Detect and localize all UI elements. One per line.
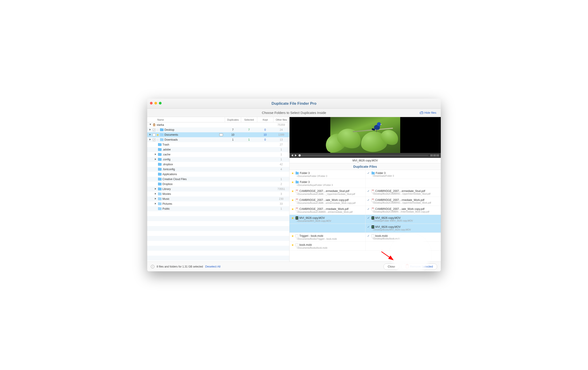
- duplicate-item[interactable]: ✓CAMBRIDGE_2007…ermediate_Stud.pdf~/Desk…: [365, 188, 441, 197]
- tree-row[interactable]: Public1: [147, 206, 289, 211]
- duplicate-item[interactable]: ✓Folder 3~/Downloads/Folder 3: [365, 170, 441, 179]
- col-kept[interactable]: Kept: [257, 117, 273, 122]
- duplicate-path: ~/Desktop/Books/CAMBRID…UpperIntermediat…: [372, 202, 439, 204]
- col-duplicates[interactable]: Duplicates: [225, 117, 241, 122]
- close-window-button[interactable]: [150, 102, 153, 105]
- tree-row[interactable]: starka75359: [147, 122, 289, 127]
- deselect-all-link[interactable]: Deselect All: [205, 265, 220, 268]
- disclosure-triangle[interactable]: [149, 124, 152, 126]
- duplicate-row[interactable]: ★Folder 3~/Documents/Folder 2/Folder 3✓F…: [290, 170, 441, 179]
- disclosure-triangle[interactable]: [149, 129, 152, 131]
- duplicate-row[interactable]: ★Triggeri - book.mobi~/Documents/Books/T…: [290, 233, 441, 242]
- star-icon[interactable]: ★: [291, 181, 294, 184]
- tree-row[interactable]: .dropbox42: [147, 162, 289, 167]
- duplicate-item[interactable]: ✓CAMBRIDGE_2007…rmediate_Work.pdf~/Deskt…: [365, 197, 441, 206]
- tree-row[interactable]: Library73551: [147, 186, 289, 192]
- minimize-window-button[interactable]: [154, 102, 157, 105]
- disclosure-triangle[interactable]: [155, 193, 157, 195]
- check-icon[interactable]: ✓: [367, 198, 370, 202]
- duplicate-row[interactable]: ★CAMBRIDGE_2007…ermediate_Stud.pdf~/Docu…: [290, 188, 441, 197]
- star-icon[interactable]: ★: [157, 133, 159, 137]
- duplicate-item[interactable]: [365, 242, 441, 250]
- hide-files-link[interactable]: Hide files: [420, 111, 436, 114]
- duplicate-path: ~/Documents/Books/CAMB…_UpperIntermediat…: [296, 193, 363, 195]
- preview-filename: MVI_6626 copy.MOV: [290, 158, 441, 163]
- tree-row[interactable]: .cache1: [147, 152, 289, 157]
- folder-icon: [158, 207, 162, 210]
- duplicate-row[interactable]: ★MVI_6626 copy.MOV~/Documents/MVI_6626 c…: [290, 215, 441, 224]
- tree-row[interactable]: .adobe1: [147, 147, 289, 152]
- check-icon[interactable]: ✓: [367, 216, 370, 219]
- tree-row[interactable]: Dropbox2: [147, 182, 289, 186]
- tree-row[interactable]: ☆Downloads11013: [147, 137, 289, 142]
- duplicate-item[interactable]: ✓book.mobi~/Desktop/Books/book.mobi: [365, 233, 441, 241]
- duplicate-item[interactable]: ✓CAMBRIDGE_2007…iate_Work copy.pdf~/Desk…: [365, 206, 441, 215]
- duplicate-item[interactable]: ★CAMBRIDGE_2007…rmediate_Work.pdf~/Docum…: [290, 206, 365, 215]
- open-folder-icon[interactable]: [219, 133, 223, 136]
- disclosure-triangle[interactable]: [155, 198, 157, 200]
- duplicate-item[interactable]: ★Folder 3~/Documents/Folder 2/Folder 3: [290, 170, 365, 179]
- duplicate-item[interactable]: ✓MVI_6626 copy.MOV~/Desktop/Folder 4/MVI…: [365, 215, 441, 224]
- duplicate-item[interactable]: ✓MVI_6626 copy.MOV~/Desktop/Books/MVI_66…: [365, 224, 441, 233]
- duplicate-row[interactable]: ★CAMBRIDGE_2007…rmediate_Work.pdf~/Docum…: [290, 206, 441, 215]
- disclosure-triangle[interactable]: [155, 158, 157, 161]
- seek-bar[interactable]: [298, 155, 429, 156]
- check-icon[interactable]: ✓: [367, 225, 370, 229]
- check-icon[interactable]: ✓: [367, 172, 370, 175]
- duplicate-item[interactable]: [290, 224, 365, 233]
- duplicate-row[interactable]: ★CAMBRIDGE_2007…iate_Work copy.pdf~/Docu…: [290, 197, 441, 206]
- remove-selected-button[interactable]: Remove Selected: [401, 263, 437, 270]
- duplicate-row[interactable]: ★book.mobi~/Documents/Books/book.mobi: [290, 242, 441, 251]
- disclosure-triangle[interactable]: [155, 203, 157, 205]
- star-icon[interactable]: ★: [291, 243, 294, 247]
- star-icon[interactable]: ★: [291, 189, 294, 193]
- star-icon[interactable]: ★: [291, 234, 294, 238]
- star-icon[interactable]: ★: [291, 172, 294, 175]
- duplicate-item[interactable]: ★Triggeri - book.mobi~/Documents/Books/T…: [290, 233, 365, 241]
- duplicate-item[interactable]: ★CAMBRIDGE_2007…ermediate_Stud.pdf~/Docu…: [290, 188, 365, 197]
- close-button[interactable]: Close: [383, 263, 399, 270]
- check-icon[interactable]: ✓: [367, 207, 370, 211]
- star-icon[interactable]: ★: [291, 216, 294, 220]
- tree-row[interactable]: Trash27: [147, 142, 289, 147]
- duplicate-item[interactable]: ★Folder 3~/Documents/Asya/Folder 1/Folde…: [290, 179, 365, 188]
- disclosure-triangle[interactable]: [155, 188, 157, 190]
- duplicate-item[interactable]: ★CAMBRIDGE_2007…iate_Work copy.pdf~/Docu…: [290, 197, 365, 206]
- disclosure-triangle[interactable]: [149, 139, 152, 141]
- star-icon[interactable]: ★: [291, 207, 294, 211]
- duplicate-item[interactable]: ★MVI_6626 copy.MOV~/Documents/MVI_6626 c…: [290, 215, 365, 224]
- seek-thumb[interactable]: [298, 154, 301, 156]
- tree-row[interactable]: Applications: [147, 172, 289, 177]
- tree-row[interactable]: .fontconfig4: [147, 167, 289, 172]
- duplicate-row[interactable]: ★Folder 3~/Documents/Asya/Folder 1/Folde…: [290, 179, 441, 188]
- check-icon[interactable]: ✓: [367, 189, 370, 193]
- checkbox[interactable]: [153, 138, 156, 141]
- tree-row[interactable]: Creative Cloud Files1: [147, 177, 289, 182]
- checkbox[interactable]: [153, 133, 156, 136]
- duplicate-row[interactable]: ✓MVI_6626 copy.MOV~/Desktop/Books/MVI_66…: [290, 224, 441, 233]
- disclosure-triangle[interactable]: [149, 134, 152, 136]
- tree-row[interactable]: Movies3: [147, 192, 289, 196]
- tree-row[interactable]: ★Documents10101399: [147, 132, 289, 137]
- zoom-window-button[interactable]: [159, 102, 162, 105]
- star-icon[interactable]: ☆: [157, 128, 159, 132]
- tree-row[interactable]: Pictures33: [147, 201, 289, 206]
- duplicate-path: ~/Desktop/Books/book.mobi: [372, 238, 439, 240]
- tree-row[interactable]: .config1: [147, 157, 289, 162]
- col-selected[interactable]: Selected: [241, 117, 257, 122]
- col-name[interactable]: Name: [147, 118, 225, 121]
- play-button[interactable]: [295, 154, 297, 156]
- tree-row[interactable]: ☆Desktop77024: [147, 127, 289, 132]
- duplicate-item[interactable]: ★book.mobi~/Documents/Books/book.mobi: [290, 242, 365, 250]
- duplicate-item[interactable]: [365, 179, 441, 188]
- tree-row[interactable]: Music230: [147, 196, 289, 201]
- duplicate-files-list[interactable]: ★Folder 3~/Documents/Folder 2/Folder 3✓F…: [290, 170, 441, 261]
- folder-tree[interactable]: starka75359☆Desktop77024★Documents101013…: [147, 122, 289, 261]
- prev-frame-button[interactable]: [291, 154, 293, 156]
- star-icon[interactable]: ★: [291, 198, 294, 202]
- checkbox[interactable]: [153, 129, 156, 131]
- col-other[interactable]: Other files: [273, 117, 289, 122]
- disclosure-triangle[interactable]: [155, 153, 157, 156]
- check-icon[interactable]: ✓: [367, 234, 370, 238]
- star-icon[interactable]: ☆: [157, 138, 159, 141]
